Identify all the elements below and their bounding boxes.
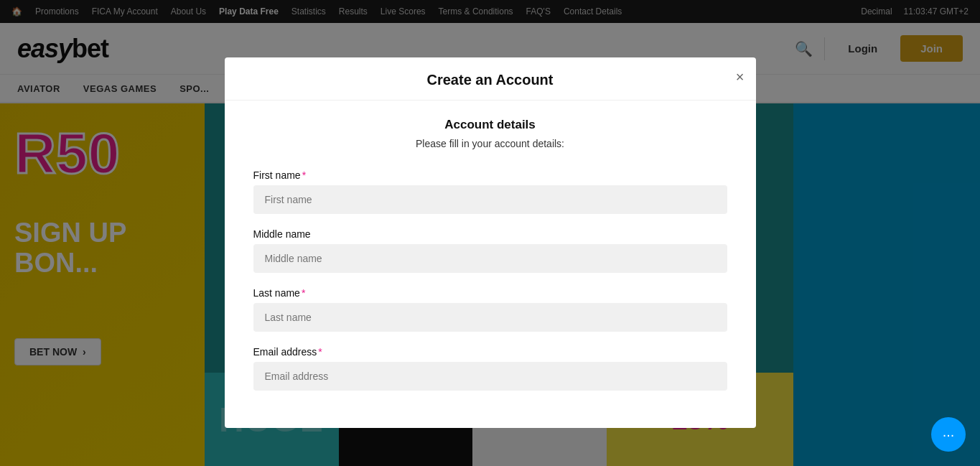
modal-body: Account details Please fill in your acco…: [225, 101, 756, 428]
email-group: Email address*: [253, 346, 727, 391]
email-input[interactable]: [253, 362, 727, 391]
account-details-subtitle: Please fill in your account details:: [253, 138, 727, 149]
first-name-group: First name*: [253, 169, 727, 214]
modal-close-button[interactable]: ×: [736, 69, 745, 85]
email-label: Email address*: [253, 346, 727, 358]
first-name-label: First name*: [253, 169, 727, 181]
last-name-input[interactable]: [253, 303, 727, 332]
modal-header: Create an Account ×: [225, 57, 756, 101]
create-account-modal: Create an Account × Account details Plea…: [225, 57, 756, 428]
chat-icon: ···: [943, 427, 955, 443]
chat-bubble[interactable]: ···: [931, 417, 966, 452]
first-name-required: *: [302, 169, 306, 181]
middle-name-input[interactable]: [253, 244, 727, 273]
last-name-group: Last name*: [253, 287, 727, 332]
account-details-title: Account details: [253, 118, 727, 132]
modal-overlay: Create an Account × Account details Plea…: [0, 0, 980, 466]
last-name-required: *: [302, 287, 305, 299]
modal-title: Create an Account: [427, 72, 554, 88]
email-required: *: [318, 346, 322, 358]
first-name-input[interactable]: [253, 185, 727, 214]
middle-name-label: Middle name: [253, 228, 727, 240]
last-name-label: Last name*: [253, 287, 727, 299]
middle-name-group: Middle name: [253, 228, 727, 273]
